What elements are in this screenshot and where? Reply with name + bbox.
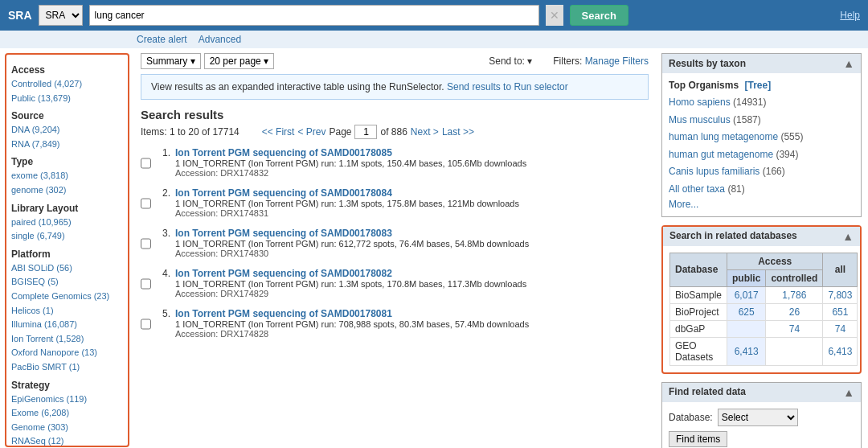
- result-desc: 1 ION_TORRENT (Ion Torrent PGM) run: 1.3…: [175, 199, 519, 208]
- sidebar-filter-item[interactable]: RNA (7,849): [11, 138, 123, 152]
- taxon-scroll-up[interactable]: ▲: [843, 57, 854, 70]
- sidebar-filter-item[interactable]: Ion Torrent (1,528): [11, 332, 123, 347]
- result-body: Ion Torrent PGM sequencing of SAMD001780…: [175, 187, 519, 218]
- sidebar-filter-item[interactable]: single (6,749): [11, 229, 123, 244]
- db-name: BioProject: [670, 303, 727, 320]
- result-title[interactable]: Ion Torrent PGM sequencing of SAMD001780…: [175, 268, 526, 279]
- more-link[interactable]: More...: [669, 199, 698, 210]
- create-alert-link[interactable]: Create alert: [137, 34, 187, 45]
- taxon-link[interactable]: Homo sapiens: [669, 97, 731, 108]
- summary-button[interactable]: Summary ▾: [141, 53, 201, 69]
- all-count-link[interactable]: 74: [835, 323, 845, 335]
- sidebar-filter-item[interactable]: paired (10,965): [11, 216, 123, 230]
- sidebar-filter-item[interactable]: Oxford Nanopore (13): [11, 346, 123, 360]
- public-count-link[interactable]: 6,017: [735, 290, 759, 301]
- controlled-count-link[interactable]: 1,786: [782, 290, 806, 301]
- result-title[interactable]: Ion Torrent PGM sequencing of SAMD001780…: [175, 308, 529, 319]
- sidebar-filter-item[interactable]: EpiGenomics (119): [11, 393, 123, 407]
- sidebar-filter-item[interactable]: Complete Genomics (23): [11, 290, 123, 304]
- taxon-count: (394): [776, 149, 798, 160]
- sidebar-filter-item[interactable]: PacBio SMRT (1): [11, 360, 123, 375]
- controlled-count: 1,786: [766, 286, 823, 303]
- taxon-panel-header: Results by taxon ▲: [662, 54, 861, 73]
- search-button[interactable]: Search: [570, 5, 628, 26]
- topbar-right: Send to: ▾ Filters: Manage Filters: [489, 55, 649, 67]
- related-db-tbody: BioSample 6,017 1,786 7,803 BioProject 6…: [670, 286, 858, 365]
- taxon-count: (14931): [733, 97, 766, 108]
- related-db-table: Database Access all public controlled Bi…: [669, 253, 858, 366]
- sidebar-filter-item[interactable]: Exome (6,208): [11, 406, 123, 421]
- result-title[interactable]: Ion Torrent PGM sequencing of SAMD001780…: [175, 187, 519, 199]
- results-title: Search results: [141, 108, 649, 121]
- run-selector-link[interactable]: Send results to Run selector: [447, 81, 568, 92]
- sidebar-filter-item[interactable]: Illumina (16,087): [11, 318, 123, 332]
- related-db-scroll-up[interactable]: ▲: [842, 230, 854, 243]
- page-input[interactable]: [354, 125, 377, 139]
- sidebar-filter-item[interactable]: Helicos (1): [11, 304, 123, 319]
- related-db-body: Database Access all public controlled Bi…: [663, 246, 860, 372]
- find-related-body: Database: Select BioSample BioProject db…: [662, 402, 861, 448]
- result-item: 3. Ion Torrent PGM sequencing of SAMD001…: [141, 228, 649, 258]
- col-database: Database: [670, 253, 727, 286]
- taxon-title: Results by taxon: [669, 58, 746, 69]
- database-select[interactable]: SRA: [39, 5, 83, 26]
- sidebar-filter-item[interactable]: DNA (9,204): [11, 123, 123, 138]
- find-items-button[interactable]: Find items: [669, 431, 727, 447]
- tree-link[interactable]: [Tree]: [744, 80, 771, 91]
- sidebar-filter-item[interactable]: ABI SOLiD (56): [11, 261, 123, 276]
- sidebar-filter-item[interactable]: Genome (303): [11, 421, 123, 435]
- col-all: all: [823, 253, 858, 286]
- topbar-left: Summary ▾ 20 per page ▾: [141, 53, 274, 69]
- main-layout: AccessControlled (4,027)Public (13,679)S…: [0, 48, 868, 448]
- result-checkbox[interactable]: [141, 189, 151, 218]
- taxon-link[interactable]: human gut metagenome: [669, 149, 773, 160]
- find-related-select[interactable]: Select BioSample BioProject dbGaP GEO Da…: [718, 409, 798, 426]
- result-title[interactable]: Ion Torrent PGM sequencing of SAMD001780…: [175, 147, 526, 158]
- result-checkbox[interactable]: [141, 149, 151, 178]
- taxon-link[interactable]: Mus musculus: [669, 114, 731, 125]
- sidebar-filter-item[interactable]: RNASeq (12): [11, 434, 123, 447]
- all-count: 74: [823, 320, 858, 337]
- sidebar-section-title: Strategy: [11, 380, 123, 391]
- first-page-link[interactable]: << First: [262, 126, 295, 138]
- taxon-link[interactable]: All other taxa: [669, 183, 725, 195]
- help-link[interactable]: Help: [840, 10, 860, 21]
- sidebar-filter-item[interactable]: exome (3,818): [11, 169, 123, 183]
- result-body: Ion Torrent PGM sequencing of SAMD001780…: [175, 308, 529, 339]
- last-page-link[interactable]: Last >>: [442, 126, 474, 138]
- controlled-count-link[interactable]: 74: [789, 323, 800, 335]
- clear-icon[interactable]: ✕: [546, 5, 563, 26]
- result-checkbox[interactable]: [141, 229, 151, 258]
- result-title[interactable]: Ion Torrent PGM sequencing of SAMD001780…: [175, 228, 529, 239]
- result-checkbox[interactable]: [141, 269, 151, 298]
- sidebar-filter-item[interactable]: Public (13,679): [11, 92, 123, 106]
- taxon-link[interactable]: human lung metagenome: [669, 131, 778, 142]
- manage-filters-link[interactable]: Manage Filters: [585, 55, 649, 67]
- sidebar-filter-item[interactable]: BGISEQ (5): [11, 275, 123, 290]
- all-count-link[interactable]: 6,413: [828, 346, 852, 357]
- controlled-count-link[interactable]: 26: [789, 306, 800, 318]
- result-items: 1. Ion Torrent PGM sequencing of SAMD001…: [141, 147, 649, 339]
- find-related-scroll-up[interactable]: ▲: [843, 386, 854, 399]
- related-db-row: BioSample 6,017 1,786 7,803: [670, 286, 858, 303]
- prev-page-link[interactable]: < Prev: [297, 126, 326, 138]
- all-count-link[interactable]: 7,803: [828, 290, 852, 301]
- next-page-link[interactable]: Next >: [411, 126, 439, 138]
- public-count-link[interactable]: 6,413: [735, 346, 759, 357]
- result-body: Ion Torrent PGM sequencing of SAMD001780…: [175, 147, 526, 178]
- related-db-row: BioProject 625 26 651: [670, 303, 858, 320]
- result-accession: Accession: DRX174829: [175, 289, 526, 298]
- result-checkbox[interactable]: [141, 310, 151, 339]
- result-accession: Accession: DRX174830: [175, 249, 529, 258]
- taxon-item: Canis lupus familiaris (166): [669, 163, 854, 181]
- all-count-link[interactable]: 651: [832, 306, 848, 318]
- controlled-count: 26: [766, 303, 823, 320]
- taxon-link[interactable]: Canis lupus familiaris: [669, 166, 760, 177]
- per-page-button[interactable]: 20 per page ▾: [204, 53, 274, 69]
- related-db-row: GEO Datasets 6,413 6,413: [670, 337, 858, 365]
- advanced-link[interactable]: Advanced: [199, 34, 241, 45]
- public-count-link[interactable]: 625: [739, 306, 755, 318]
- search-input[interactable]: [89, 5, 539, 26]
- sidebar-filter-item[interactable]: Controlled (4,027): [11, 77, 123, 92]
- sidebar-filter-item[interactable]: genome (302): [11, 183, 123, 198]
